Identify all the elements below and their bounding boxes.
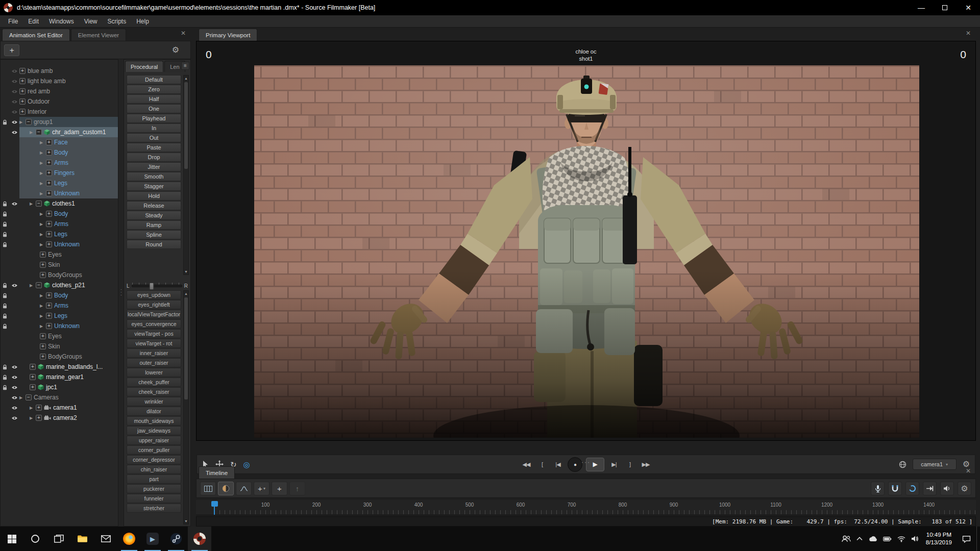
tree-row-face[interactable]: ▶+Face — [1, 137, 118, 147]
toggle-box-icon[interactable]: + — [36, 405, 42, 411]
record-audio-button[interactable] — [871, 482, 885, 495]
tree-row-body[interactable]: ▶+Body — [1, 209, 118, 219]
slider-eyes-rightleft[interactable]: eyes_rightleft — [127, 300, 181, 309]
toggle-box-icon[interactable]: + — [46, 241, 52, 247]
taskbar-file-explorer-button[interactable] — [70, 527, 94, 551]
taskbar-cortana-button[interactable] — [23, 527, 47, 551]
preset-hold-button[interactable]: Hold — [127, 191, 181, 201]
vertical-splitter[interactable]: ··· — [118, 59, 124, 527]
tree-row-marine-badlands-l[interactable]: +marine_badlands_l... — [1, 362, 118, 372]
slider-mouth-sideways[interactable]: mouth_sideways — [127, 416, 181, 425]
scroll-down-icon[interactable]: ▼ — [184, 518, 188, 524]
preset-out-button[interactable]: Out — [127, 133, 181, 142]
slider-chin-raiser[interactable]: chin_raiser — [127, 465, 181, 474]
slider-localviewtargetfactor[interactable]: localViewTargetFactor — [127, 310, 181, 319]
toggle-box-icon[interactable]: − — [26, 119, 32, 125]
tree-row-bodygroups[interactable]: +BodyGroups — [1, 270, 118, 280]
preset-stagger-button[interactable]: Stagger — [127, 182, 181, 191]
lock-icon[interactable] — [1, 364, 9, 370]
toggle-box-icon[interactable]: + — [30, 384, 36, 390]
scroll-down-icon[interactable]: ▼ — [184, 269, 188, 274]
eye-icon[interactable] — [9, 130, 19, 135]
tree-row-camera2[interactable]: ▶+camera2 — [1, 413, 118, 423]
toggle-box-icon[interactable]: + — [46, 303, 52, 309]
slider-inner-raiser[interactable]: inner_raiser — [127, 348, 181, 358]
slider-dilator[interactable]: dilator — [127, 407, 181, 416]
snap-to-end-button[interactable] — [923, 482, 937, 495]
tree-row-group1[interactable]: ▶−group1 — [1, 117, 118, 127]
slider-funneler[interactable]: funneler — [127, 494, 181, 503]
network-icon[interactable] — [897, 536, 905, 542]
tree-row-red-amb[interactable]: +red amb — [1, 86, 118, 96]
expand-arrow-icon[interactable]: ▶ — [30, 202, 36, 206]
toggle-box-icon[interactable]: + — [46, 160, 52, 166]
preset-half-button[interactable]: Half — [127, 94, 181, 104]
eye-icon[interactable] — [9, 79, 19, 84]
toggle-box-icon[interactable]: + — [46, 170, 52, 176]
graph-editor-button[interactable] — [236, 482, 252, 495]
preset-paste-button[interactable]: Paste — [127, 143, 181, 152]
render-3d-view[interactable] — [254, 65, 919, 438]
slider-viewtarget-pos[interactable]: viewTarget - pos — [127, 329, 181, 338]
toggle-box-icon[interactable]: + — [40, 272, 46, 278]
toggle-box-icon[interactable]: + — [46, 313, 52, 319]
toggle-box-icon[interactable]: + — [40, 354, 46, 360]
slider-viewtarget-rot[interactable]: viewTarget - rot — [127, 339, 181, 348]
tree-row-bodygroups[interactable]: +BodyGroups — [1, 352, 118, 362]
preset-zero-button[interactable]: Zero — [127, 85, 181, 94]
scrollbar-thumb[interactable] — [184, 82, 188, 169]
toggle-box-icon[interactable]: − — [26, 394, 32, 400]
playhead-marker[interactable] — [211, 501, 218, 507]
preset-steady-button[interactable]: Steady — [127, 211, 181, 220]
tree-row-eyes[interactable]: +Eyes — [1, 249, 118, 260]
minimize-button[interactable]: — — [910, 0, 933, 15]
eye-icon[interactable] — [9, 89, 19, 94]
taskbar-steam-button[interactable] — [164, 527, 188, 551]
tree-row-cameras[interactable]: ▶−Cameras — [1, 392, 118, 403]
slider-cheek-puffer[interactable]: cheek_puffer — [127, 378, 181, 387]
expand-arrow-icon[interactable]: ▶ — [40, 314, 46, 318]
tree-row-chr-adam-custom1[interactable]: ▶−chr_adam_custom1 — [1, 127, 118, 137]
preset-release-button[interactable]: Release — [127, 201, 181, 210]
menu-scripts[interactable]: Scripts — [103, 15, 132, 27]
preset-playhead-button[interactable]: Playhead — [127, 114, 181, 123]
eye-icon[interactable] — [9, 375, 19, 380]
close-panel-icon[interactable]: ✕ — [181, 30, 186, 36]
tab-animation-set-editor[interactable]: Animation Set Editor — [2, 29, 70, 41]
chevron-up-icon[interactable] — [856, 537, 863, 541]
add-clip-button[interactable]: + — [272, 482, 287, 495]
expand-arrow-icon[interactable]: ▶ — [40, 212, 46, 216]
toggle-box-icon[interactable]: + — [46, 221, 52, 227]
slider-cheek-raiser[interactable]: cheek_raiser — [127, 387, 181, 396]
volume-icon[interactable] — [911, 536, 919, 542]
taskbar-firefox-button[interactable] — [117, 527, 141, 551]
tree-row-light-blue-amb[interactable]: +light blue amb — [1, 76, 118, 86]
slider-jaw-sideways[interactable]: jaw_sideways — [127, 426, 181, 435]
lock-icon[interactable] — [1, 211, 9, 217]
lock-icon[interactable] — [1, 303, 9, 309]
menu-windows[interactable]: Windows — [44, 15, 79, 27]
lock-icon[interactable] — [1, 313, 9, 319]
tree-row-legs[interactable]: ▶+Legs — [1, 229, 118, 239]
clip-editor-button[interactable] — [218, 482, 234, 495]
tab-procedural[interactable]: Procedural — [125, 61, 163, 72]
slider-lowerer[interactable]: lowerer — [127, 368, 181, 377]
toggle-box-icon[interactable]: + — [19, 68, 26, 74]
tree-row-clothes-p21[interactable]: ▶−clothes_p21 — [1, 280, 118, 290]
preset-default-button[interactable]: Default — [127, 75, 181, 84]
tree-row-unknown[interactable]: ▶+Unknown — [1, 239, 118, 249]
eye-icon[interactable] — [9, 416, 19, 420]
toggle-box-icon[interactable]: + — [40, 262, 46, 268]
menu-edit[interactable]: Edit — [23, 15, 44, 27]
notification-center-button[interactable] — [956, 527, 976, 551]
eye-icon[interactable] — [9, 395, 19, 400]
tab-element-viewer[interactable]: Element Viewer — [71, 29, 126, 41]
balance-track[interactable] — [132, 285, 182, 287]
toggle-box-icon[interactable]: + — [46, 190, 52, 196]
slider-wrinkler[interactable]: wrinkler — [127, 397, 181, 406]
lock-icon[interactable] — [1, 323, 9, 329]
expand-arrow-icon[interactable]: ▶ — [30, 406, 36, 410]
toggle-box-icon[interactable]: + — [19, 88, 26, 94]
tree-row-arms[interactable]: ▶+Arms — [1, 300, 118, 311]
toggle-box-icon[interactable]: + — [40, 252, 46, 258]
